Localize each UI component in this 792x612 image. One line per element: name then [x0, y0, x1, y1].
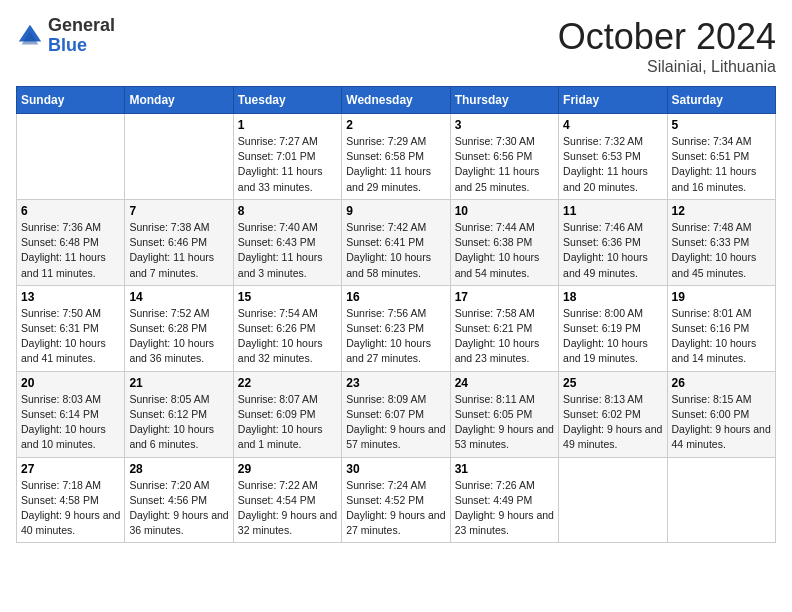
- day-number: 16: [346, 290, 445, 304]
- logo-text: General Blue: [48, 16, 115, 56]
- day-number: 23: [346, 376, 445, 390]
- header-row: Sunday Monday Tuesday Wednesday Thursday…: [17, 87, 776, 114]
- day-cell: 23Sunrise: 8:09 AM Sunset: 6:07 PM Dayli…: [342, 371, 450, 457]
- day-cell: 29Sunrise: 7:22 AM Sunset: 4:54 PM Dayli…: [233, 457, 341, 543]
- day-info: Sunrise: 7:30 AM Sunset: 6:56 PM Dayligh…: [455, 134, 554, 195]
- day-number: 13: [21, 290, 120, 304]
- day-number: 2: [346, 118, 445, 132]
- day-number: 5: [672, 118, 771, 132]
- day-info: Sunrise: 8:07 AM Sunset: 6:09 PM Dayligh…: [238, 392, 337, 453]
- day-cell: 1Sunrise: 7:27 AM Sunset: 7:01 PM Daylig…: [233, 114, 341, 200]
- day-cell: 2Sunrise: 7:29 AM Sunset: 6:58 PM Daylig…: [342, 114, 450, 200]
- day-info: Sunrise: 8:05 AM Sunset: 6:12 PM Dayligh…: [129, 392, 228, 453]
- day-info: Sunrise: 7:22 AM Sunset: 4:54 PM Dayligh…: [238, 478, 337, 539]
- day-info: Sunrise: 8:11 AM Sunset: 6:05 PM Dayligh…: [455, 392, 554, 453]
- day-number: 30: [346, 462, 445, 476]
- day-info: Sunrise: 8:01 AM Sunset: 6:16 PM Dayligh…: [672, 306, 771, 367]
- day-info: Sunrise: 8:13 AM Sunset: 6:02 PM Dayligh…: [563, 392, 662, 453]
- day-info: Sunrise: 7:44 AM Sunset: 6:38 PM Dayligh…: [455, 220, 554, 281]
- week-row-2: 6Sunrise: 7:36 AM Sunset: 6:48 PM Daylig…: [17, 199, 776, 285]
- day-cell: 5Sunrise: 7:34 AM Sunset: 6:51 PM Daylig…: [667, 114, 775, 200]
- title-block: October 2024 Silainiai, Lithuania: [558, 16, 776, 76]
- week-row-4: 20Sunrise: 8:03 AM Sunset: 6:14 PM Dayli…: [17, 371, 776, 457]
- col-sunday: Sunday: [17, 87, 125, 114]
- day-info: Sunrise: 7:52 AM Sunset: 6:28 PM Dayligh…: [129, 306, 228, 367]
- day-cell: 4Sunrise: 7:32 AM Sunset: 6:53 PM Daylig…: [559, 114, 667, 200]
- day-cell: 26Sunrise: 8:15 AM Sunset: 6:00 PM Dayli…: [667, 371, 775, 457]
- col-tuesday: Tuesday: [233, 87, 341, 114]
- day-info: Sunrise: 7:20 AM Sunset: 4:56 PM Dayligh…: [129, 478, 228, 539]
- day-cell: 28Sunrise: 7:20 AM Sunset: 4:56 PM Dayli…: [125, 457, 233, 543]
- day-info: Sunrise: 7:27 AM Sunset: 7:01 PM Dayligh…: [238, 134, 337, 195]
- day-info: Sunrise: 7:46 AM Sunset: 6:36 PM Dayligh…: [563, 220, 662, 281]
- day-info: Sunrise: 7:56 AM Sunset: 6:23 PM Dayligh…: [346, 306, 445, 367]
- day-number: 18: [563, 290, 662, 304]
- day-info: Sunrise: 7:54 AM Sunset: 6:26 PM Dayligh…: [238, 306, 337, 367]
- day-cell: 7Sunrise: 7:38 AM Sunset: 6:46 PM Daylig…: [125, 199, 233, 285]
- day-cell: 21Sunrise: 8:05 AM Sunset: 6:12 PM Dayli…: [125, 371, 233, 457]
- day-cell: 20Sunrise: 8:03 AM Sunset: 6:14 PM Dayli…: [17, 371, 125, 457]
- day-cell: 8Sunrise: 7:40 AM Sunset: 6:43 PM Daylig…: [233, 199, 341, 285]
- day-number: 11: [563, 204, 662, 218]
- day-number: 31: [455, 462, 554, 476]
- day-number: 26: [672, 376, 771, 390]
- day-cell: 30Sunrise: 7:24 AM Sunset: 4:52 PM Dayli…: [342, 457, 450, 543]
- day-info: Sunrise: 7:48 AM Sunset: 6:33 PM Dayligh…: [672, 220, 771, 281]
- day-cell: [125, 114, 233, 200]
- day-cell: 24Sunrise: 8:11 AM Sunset: 6:05 PM Dayli…: [450, 371, 558, 457]
- day-cell: 18Sunrise: 8:00 AM Sunset: 6:19 PM Dayli…: [559, 285, 667, 371]
- day-cell: 19Sunrise: 8:01 AM Sunset: 6:16 PM Dayli…: [667, 285, 775, 371]
- day-info: Sunrise: 7:58 AM Sunset: 6:21 PM Dayligh…: [455, 306, 554, 367]
- col-saturday: Saturday: [667, 87, 775, 114]
- day-number: 21: [129, 376, 228, 390]
- day-info: Sunrise: 7:29 AM Sunset: 6:58 PM Dayligh…: [346, 134, 445, 195]
- day-number: 17: [455, 290, 554, 304]
- day-number: 28: [129, 462, 228, 476]
- page-header: General Blue October 2024 Silainiai, Lit…: [16, 16, 776, 76]
- day-number: 24: [455, 376, 554, 390]
- day-number: 8: [238, 204, 337, 218]
- day-cell: 9Sunrise: 7:42 AM Sunset: 6:41 PM Daylig…: [342, 199, 450, 285]
- day-cell: 27Sunrise: 7:18 AM Sunset: 4:58 PM Dayli…: [17, 457, 125, 543]
- day-number: 4: [563, 118, 662, 132]
- calendar-table: Sunday Monday Tuesday Wednesday Thursday…: [16, 86, 776, 543]
- day-cell: [559, 457, 667, 543]
- day-number: 19: [672, 290, 771, 304]
- day-info: Sunrise: 7:38 AM Sunset: 6:46 PM Dayligh…: [129, 220, 228, 281]
- col-friday: Friday: [559, 87, 667, 114]
- day-cell: 15Sunrise: 7:54 AM Sunset: 6:26 PM Dayli…: [233, 285, 341, 371]
- col-monday: Monday: [125, 87, 233, 114]
- logo-icon: [16, 22, 44, 50]
- day-number: 3: [455, 118, 554, 132]
- day-info: Sunrise: 7:40 AM Sunset: 6:43 PM Dayligh…: [238, 220, 337, 281]
- day-number: 6: [21, 204, 120, 218]
- day-number: 12: [672, 204, 771, 218]
- logo: General Blue: [16, 16, 115, 56]
- day-number: 9: [346, 204, 445, 218]
- day-cell: 17Sunrise: 7:58 AM Sunset: 6:21 PM Dayli…: [450, 285, 558, 371]
- day-cell: 13Sunrise: 7:50 AM Sunset: 6:31 PM Dayli…: [17, 285, 125, 371]
- week-row-1: 1Sunrise: 7:27 AM Sunset: 7:01 PM Daylig…: [17, 114, 776, 200]
- week-row-5: 27Sunrise: 7:18 AM Sunset: 4:58 PM Dayli…: [17, 457, 776, 543]
- logo-blue: Blue: [48, 35, 87, 55]
- day-number: 20: [21, 376, 120, 390]
- col-thursday: Thursday: [450, 87, 558, 114]
- logo-general: General: [48, 15, 115, 35]
- month-title: October 2024: [558, 16, 776, 58]
- day-info: Sunrise: 7:26 AM Sunset: 4:49 PM Dayligh…: [455, 478, 554, 539]
- day-info: Sunrise: 7:50 AM Sunset: 6:31 PM Dayligh…: [21, 306, 120, 367]
- calendar-body: 1Sunrise: 7:27 AM Sunset: 7:01 PM Daylig…: [17, 114, 776, 543]
- day-cell: [17, 114, 125, 200]
- day-cell: 11Sunrise: 7:46 AM Sunset: 6:36 PM Dayli…: [559, 199, 667, 285]
- day-cell: 31Sunrise: 7:26 AM Sunset: 4:49 PM Dayli…: [450, 457, 558, 543]
- day-number: 10: [455, 204, 554, 218]
- day-cell: 6Sunrise: 7:36 AM Sunset: 6:48 PM Daylig…: [17, 199, 125, 285]
- day-info: Sunrise: 7:34 AM Sunset: 6:51 PM Dayligh…: [672, 134, 771, 195]
- day-info: Sunrise: 7:36 AM Sunset: 6:48 PM Dayligh…: [21, 220, 120, 281]
- day-number: 14: [129, 290, 228, 304]
- day-cell: 10Sunrise: 7:44 AM Sunset: 6:38 PM Dayli…: [450, 199, 558, 285]
- day-info: Sunrise: 7:42 AM Sunset: 6:41 PM Dayligh…: [346, 220, 445, 281]
- day-cell: 22Sunrise: 8:07 AM Sunset: 6:09 PM Dayli…: [233, 371, 341, 457]
- day-info: Sunrise: 8:03 AM Sunset: 6:14 PM Dayligh…: [21, 392, 120, 453]
- day-number: 22: [238, 376, 337, 390]
